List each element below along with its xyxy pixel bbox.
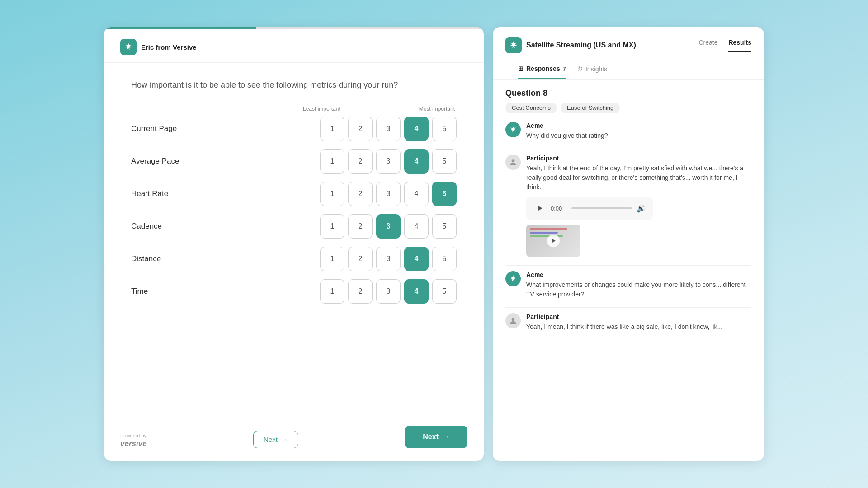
metric-label: Current Page — [131, 124, 258, 133]
chat-text: Why did you give that rating? — [526, 131, 608, 141]
rating-btn-2[interactable]: 2 — [348, 279, 373, 304]
metric-row: Average Pace12345 — [131, 149, 457, 174]
tag-row: Cost ConcernsEase of Switching — [505, 103, 751, 113]
audio-player: 0:00 🔊 — [526, 197, 653, 220]
rating-btn-1[interactable]: 1 — [320, 279, 344, 304]
chat-text: What improvements or changes could make … — [526, 280, 751, 299]
rating-btn-2[interactable]: 2 — [348, 182, 373, 206]
metric-row: Cadence12345 — [131, 214, 457, 239]
chat-body: AcmeWhat improvements or changes could m… — [526, 271, 751, 299]
rating-btn-3[interactable]: 3 — [376, 279, 401, 304]
metric-row: Time12345 — [131, 279, 457, 304]
results-header: Satellite Streaming (US and MX) Create R… — [493, 27, 764, 80]
message-divider — [505, 149, 751, 149]
rating-btn-4[interactable]: 4 — [404, 214, 429, 239]
metric-row: Heart Rate12345 — [131, 182, 457, 206]
chat-message: AcmeWhy did you give that rating? — [505, 122, 751, 141]
rating-btn-4[interactable]: 4 — [404, 149, 429, 174]
chat-sender-name: Acme — [526, 271, 751, 278]
rating-btn-1[interactable]: 1 — [320, 214, 344, 239]
rating-buttons: 12345 — [320, 279, 457, 304]
powered-by-block: Powered by versive — [120, 433, 147, 448]
next-filled-arrow-icon: → — [442, 433, 449, 441]
nav-create[interactable]: Create — [698, 39, 717, 52]
rating-btn-5[interactable]: 5 — [432, 214, 457, 239]
rating-btn-3[interactable]: 3 — [376, 182, 401, 206]
acme-avatar — [505, 122, 521, 137]
rating-buttons: 12345 — [320, 117, 457, 141]
chat-sender-name: Acme — [526, 122, 608, 129]
rating-btn-5[interactable]: 5 — [432, 117, 457, 141]
rating-btn-5[interactable]: 5 — [432, 247, 457, 271]
scale-most-label: Most important — [419, 106, 455, 112]
play-button[interactable] — [533, 202, 546, 215]
chat-body: AcmeWhy did you give that rating? — [526, 122, 608, 141]
next-filled-label: Next — [423, 433, 439, 441]
rating-btn-5[interactable]: 5 — [432, 182, 457, 206]
svg-marker-1 — [538, 206, 542, 211]
rating-btn-4[interactable]: 4 — [404, 247, 429, 271]
next-filled-button[interactable]: Next → — [405, 426, 467, 448]
rating-btn-5[interactable]: 5 — [432, 279, 457, 304]
scale-least-label: Least important — [303, 106, 340, 112]
rating-btn-4[interactable]: 4 — [404, 117, 429, 141]
chat-message: ParticipantYeah, I mean, I think if ther… — [505, 313, 751, 332]
results-brand: Satellite Streaming (US and MX) — [505, 37, 636, 53]
message-divider — [505, 307, 751, 308]
tab-responses[interactable]: ⊞ Responses 7 — [518, 60, 566, 79]
metric-label: Cadence — [131, 222, 258, 231]
nav-results[interactable]: Results — [728, 39, 751, 52]
table-icon: ⊞ — [518, 65, 524, 72]
rating-btn-1[interactable]: 1 — [320, 247, 344, 271]
chat-message: ParticipantYeah, I think at the end of t… — [505, 155, 751, 257]
rating-btn-5[interactable]: 5 — [432, 149, 457, 174]
next-outline-arrow-icon: → — [281, 436, 288, 443]
next-outline-button[interactable]: Next → — [253, 431, 298, 448]
metric-rows: Current Page12345Average Pace12345Heart … — [131, 117, 457, 304]
participant-avatar — [505, 313, 521, 328]
metric-label: Distance — [131, 254, 258, 263]
survey-brand-name: Eric from Versive — [141, 43, 197, 51]
chat-sender-name: Participant — [526, 155, 751, 162]
video-thumbnail[interactable] — [526, 225, 580, 257]
rating-btn-3[interactable]: 3 — [376, 117, 401, 141]
chat-message: AcmeWhat improvements or changes could m… — [505, 271, 751, 299]
results-panel: Satellite Streaming (US and MX) Create R… — [493, 27, 764, 461]
metric-label: Average Pace — [131, 157, 258, 166]
rating-btn-2[interactable]: 2 — [348, 117, 373, 141]
chat-body: ParticipantYeah, I mean, I think if ther… — [526, 313, 722, 332]
tab-insights-label: Insights — [585, 66, 607, 73]
chat-body: ParticipantYeah, I think at the end of t… — [526, 155, 751, 257]
rating-buttons: 12345 — [320, 182, 457, 206]
tag: Ease of Switching — [561, 103, 620, 113]
results-content: Question 8 Cost ConcernsEase of Switchin… — [493, 80, 764, 461]
clock-icon: ⏱ — [577, 66, 583, 73]
metric-label: Heart Rate — [131, 189, 258, 198]
rating-btn-2[interactable]: 2 — [348, 247, 373, 271]
rating-btn-1[interactable]: 1 — [320, 182, 344, 206]
rating-btn-3[interactable]: 3 — [376, 247, 401, 271]
metric-row: Current Page12345 — [131, 117, 457, 141]
next-outline-label: Next — [264, 436, 278, 443]
rating-btn-4[interactable]: 4 — [404, 279, 429, 304]
rating-btn-3[interactable]: 3 — [376, 214, 401, 239]
rating-buttons: 12345 — [320, 247, 457, 271]
audio-progress-bar — [571, 207, 632, 209]
results-title: Satellite Streaming (US and MX) — [526, 41, 636, 49]
progress-bar-track — [104, 27, 484, 29]
rating-btn-2[interactable]: 2 — [348, 149, 373, 174]
rating-btn-3[interactable]: 3 — [376, 149, 401, 174]
tab-insights[interactable]: ⏱ Insights — [577, 60, 607, 79]
rating-btn-4[interactable]: 4 — [404, 182, 429, 206]
rating-btn-1[interactable]: 1 — [320, 149, 344, 174]
rating-btn-1[interactable]: 1 — [320, 117, 344, 141]
survey-footer: Powered by versive Next → Next → — [104, 418, 484, 461]
acme-avatar — [505, 271, 521, 286]
powered-by-text: Powered by — [120, 433, 147, 438]
video-play-overlay — [547, 235, 560, 247]
question-heading: Question 8 — [505, 89, 751, 98]
rating-btn-2[interactable]: 2 — [348, 214, 373, 239]
survey-header: Eric from Versive — [104, 29, 484, 63]
versive-logo: versive — [120, 439, 147, 448]
svg-marker-2 — [552, 239, 556, 243]
